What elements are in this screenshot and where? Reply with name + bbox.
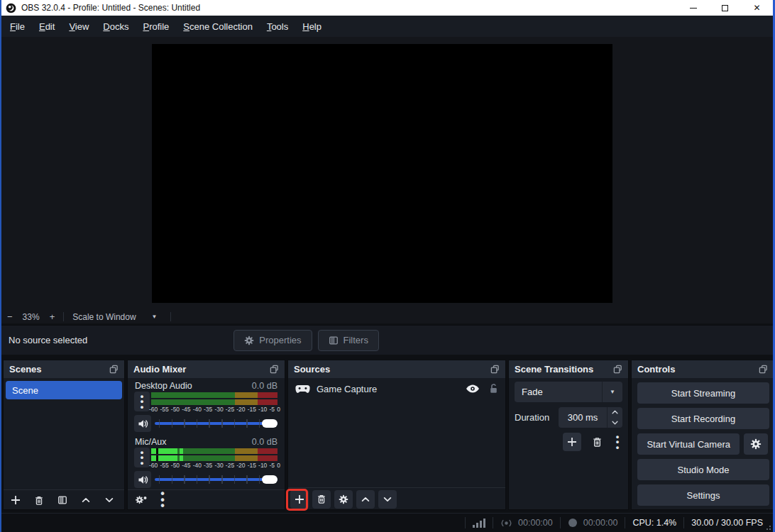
source-properties-button[interactable] xyxy=(334,490,353,509)
window-title: OBS 32.0.4 - Profile: Untitled - Scenes:… xyxy=(21,3,200,13)
lock-unlocked-icon[interactable] xyxy=(489,383,498,394)
meter-scale-label: -40 xyxy=(193,406,202,413)
scale-mode-label[interactable]: Scale to Window xyxy=(67,312,141,322)
audio-mixer-dock-title: Audio Mixer xyxy=(133,364,186,375)
popout-icon[interactable] xyxy=(613,365,622,374)
zoom-out-button[interactable]: − xyxy=(1,311,18,322)
meter-scale-label: -15 xyxy=(248,406,256,413)
mute-button[interactable] xyxy=(134,415,151,432)
slider-handle[interactable] xyxy=(262,475,277,484)
dots-vertical-icon: ••• xyxy=(141,450,144,465)
meter-scale-label: -45 xyxy=(182,406,190,413)
start-streaming-button[interactable]: Start Streaming xyxy=(637,382,769,404)
menu-scene-collection[interactable]: Scene Collection xyxy=(176,18,260,35)
menu-profile[interactable]: Profile xyxy=(136,18,176,35)
meter-scale: -60-55-50-45-40-35-30-25-20-15-10-50 xyxy=(149,406,280,413)
volume-meter xyxy=(151,392,277,406)
statusbar: 00:00:00 00:00:00 CPU: 1.4% 30.00 / 30.0… xyxy=(1,513,773,532)
add-source-button[interactable] xyxy=(290,490,309,509)
menu-view[interactable]: View xyxy=(62,18,96,35)
volume-slider[interactable] xyxy=(155,419,277,428)
duration-increment-button[interactable] xyxy=(608,407,622,418)
record-icon xyxy=(568,518,578,528)
titlebar[interactable]: OBS 32.0.4 - Profile: Untitled - Scenes:… xyxy=(1,0,773,16)
menu-docks[interactable]: Docks xyxy=(96,18,136,35)
mute-button[interactable] xyxy=(134,471,151,488)
menu-file[interactable]: File xyxy=(3,18,32,35)
divider xyxy=(63,312,64,321)
source-context-toolbar: No source selected Properties Filters xyxy=(1,325,773,355)
meter-scale-label: -40 xyxy=(193,462,202,469)
filters-button[interactable]: Filters xyxy=(318,330,379,351)
menu-edit[interactable]: Edit xyxy=(32,18,62,35)
volume-slider[interactable] xyxy=(155,475,277,484)
chevron-down-icon xyxy=(383,494,392,504)
audio-mixer-dock-header[interactable]: Audio Mixer xyxy=(128,360,285,378)
properties-button[interactable]: Properties xyxy=(233,330,312,351)
popout-icon[interactable] xyxy=(109,365,119,374)
scale-mode-caret-icon[interactable]: ▼ xyxy=(142,314,167,320)
source-list-item-game-capture[interactable]: Game Capture xyxy=(288,378,505,399)
remove-transition-button[interactable] xyxy=(588,433,605,450)
minimize-button[interactable] xyxy=(677,0,709,16)
transition-options-button[interactable]: ••• xyxy=(612,434,622,449)
remove-source-button[interactable] xyxy=(312,490,331,509)
stream-timer: 00:00:00 xyxy=(500,518,553,528)
source-move-up-button[interactable] xyxy=(356,490,375,509)
mixer-toolbar: ••• xyxy=(128,489,285,510)
add-scene-button[interactable] xyxy=(4,495,27,505)
scene-filters-button[interactable] xyxy=(50,495,74,505)
scene-transitions-dock-header[interactable]: Scene Transitions xyxy=(509,360,628,378)
select-caret-icon[interactable]: ▼ xyxy=(602,382,622,402)
channel-options-button[interactable]: ••• xyxy=(134,392,150,411)
mixer-options-button[interactable]: ••• xyxy=(152,491,173,509)
duration-decrement-button[interactable] xyxy=(608,418,622,428)
scene-list-item[interactable]: Scene xyxy=(6,381,122,399)
mixer-channel-mic-aux: Mic/Aux 0.0 dB ••• -60-55-50-45-40-35-30… xyxy=(128,436,285,489)
divider xyxy=(625,517,625,528)
virtual-camera-settings-button[interactable] xyxy=(744,433,768,455)
menu-tools[interactable]: Tools xyxy=(260,18,295,35)
meter-scale-label: -30 xyxy=(214,406,223,413)
sources-dock-header[interactable]: Sources xyxy=(288,360,505,378)
maximize-button[interactable] xyxy=(709,0,741,16)
slider-handle[interactable] xyxy=(262,419,277,428)
properties-label: Properties xyxy=(259,335,301,345)
popout-icon[interactable] xyxy=(759,365,768,374)
duration-value[interactable]: 300 ms xyxy=(559,407,607,428)
divider xyxy=(683,517,684,528)
popout-icon[interactable] xyxy=(270,365,279,374)
resize-grip[interactable] xyxy=(766,526,771,530)
meter-scale-label: -30 xyxy=(214,462,223,469)
duration-spinbox[interactable]: 300 ms xyxy=(559,407,622,428)
popout-icon[interactable] xyxy=(490,365,500,374)
meter-scale-label: -25 xyxy=(226,462,234,469)
visibility-eye-icon[interactable] xyxy=(466,384,480,394)
source-status-text: No source selected xyxy=(9,335,87,345)
menu-help[interactable]: Help xyxy=(295,18,329,35)
transition-select[interactable]: Fade ▼ xyxy=(515,382,622,402)
channel-name: Desktop Audio xyxy=(135,381,192,391)
controls-dock-header[interactable]: Controls xyxy=(632,360,774,378)
channel-options-button[interactable]: ••• xyxy=(134,448,150,467)
scenes-dock-header[interactable]: Scenes xyxy=(4,360,124,378)
start-virtual-camera-button[interactable]: Start Virtual Camera xyxy=(637,433,740,455)
close-button[interactable]: ✕ xyxy=(741,0,773,16)
plus-icon xyxy=(295,494,304,504)
advanced-audio-button[interactable] xyxy=(131,495,152,506)
meter-scale: -60-55-50-45-40-35-30-25-20-15-10-50 xyxy=(149,462,280,469)
slider-ticks xyxy=(159,475,273,484)
scene-move-down-button[interactable] xyxy=(97,495,121,505)
remove-scene-button[interactable] xyxy=(27,495,50,506)
zoom-in-button[interactable]: + xyxy=(44,311,61,322)
channel-db-value: 0.0 dB xyxy=(252,437,277,447)
add-transition-button[interactable] xyxy=(563,433,581,451)
preview-canvas[interactable] xyxy=(152,44,612,303)
studio-mode-button[interactable]: Studio Mode xyxy=(637,459,769,480)
start-recording-button[interactable]: Start Recording xyxy=(637,408,769,429)
settings-button[interactable]: Settings xyxy=(637,484,769,506)
source-move-down-button[interactable] xyxy=(378,490,397,509)
broadcast-icon xyxy=(500,519,512,528)
scene-move-up-button[interactable] xyxy=(74,495,97,505)
volume-meter xyxy=(151,448,277,462)
